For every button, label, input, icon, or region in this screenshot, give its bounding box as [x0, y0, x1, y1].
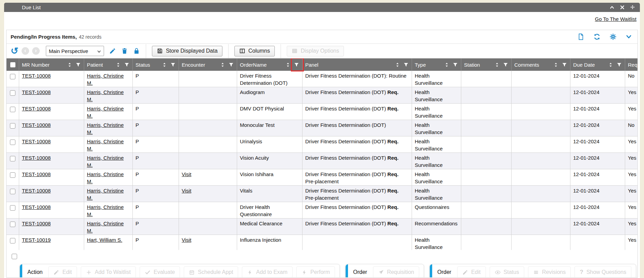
revisions-button[interactable]: Revisions	[528, 266, 571, 278]
row-checkbox[interactable]	[10, 74, 15, 79]
plus-icon	[86, 269, 92, 275]
row-checkbox[interactable]	[10, 172, 15, 178]
mr-number-link[interactable]: TEST-10008	[22, 188, 51, 194]
row-checkbox[interactable]	[10, 238, 15, 243]
mr-number-link[interactable]: TEST-10008	[22, 171, 51, 177]
lock-perspective-icon-slot[interactable]	[133, 48, 140, 54]
patient-link[interactable]: Harris, Christine M.	[87, 204, 124, 217]
row-checkbox[interactable]	[10, 189, 15, 194]
patient-link[interactable]: Harris, Christine M.	[87, 221, 124, 234]
sort-icon[interactable]	[553, 62, 559, 68]
sort-icon[interactable]	[494, 62, 500, 68]
sort-icon[interactable]	[285, 62, 291, 68]
encounter-visit-link[interactable]: Visit	[182, 171, 191, 177]
mr-number-link[interactable]: TEST-10008	[22, 122, 51, 128]
column-header-encounter[interactable]: Encounter	[179, 58, 237, 71]
edit-button[interactable]: Edit	[48, 266, 77, 278]
undo-icon[interactable]: ↺	[11, 47, 18, 56]
columns-button[interactable]: Columns	[234, 46, 275, 56]
add-to-exam-button[interactable]: Add to Exam	[242, 266, 293, 278]
sort-icon[interactable]	[162, 62, 167, 68]
filter-icon[interactable]	[170, 62, 176, 68]
mr-number-link[interactable]: TEST-10008	[22, 89, 51, 95]
patient-link[interactable]: Harris, Christine M.	[87, 188, 124, 201]
row-checkbox[interactable]	[10, 123, 15, 129]
delete-perspective-icon-slot[interactable]	[121, 48, 128, 54]
filter-icon[interactable]	[228, 62, 234, 68]
edit-button[interactable]: Edit	[457, 266, 486, 278]
go-to-waitlist-link[interactable]: Go To The Waitlist	[595, 16, 636, 22]
required-cell: Yes	[625, 87, 637, 103]
row-checkbox[interactable]	[10, 205, 15, 211]
close-icon[interactable]	[620, 5, 625, 10]
mr-number-link[interactable]: TEST-10019	[22, 237, 51, 243]
perform-button[interactable]: Perform	[296, 266, 335, 278]
filter-icon[interactable]	[403, 62, 409, 68]
patient-link[interactable]: Harris, Christine M.	[87, 138, 124, 151]
sort-icon[interactable]	[395, 62, 400, 68]
comments-cell	[512, 87, 570, 103]
encounter-visit-link[interactable]: Visit	[182, 237, 191, 243]
edit-perspective-icon-slot[interactable]	[109, 48, 116, 54]
patient-link[interactable]: Hart, William S.	[87, 237, 122, 243]
mr-number-link[interactable]: TEST-10008	[22, 221, 51, 226]
filter-icon[interactable]	[452, 62, 458, 68]
row-checkbox[interactable]	[10, 90, 15, 96]
filter-icon[interactable]	[124, 62, 130, 68]
mr-number-link[interactable]: TEST-10008	[22, 73, 51, 79]
row-checkbox[interactable]	[10, 107, 15, 112]
column-header-comments[interactable]: Comments	[512, 58, 570, 71]
patient-link[interactable]: Harris, Christine M.	[87, 171, 124, 184]
gear-icon[interactable]	[609, 33, 617, 40]
row-checkbox[interactable]	[10, 222, 15, 227]
encounter-visit-link[interactable]: Visit	[182, 188, 191, 194]
chevron-down-icon[interactable]	[626, 34, 632, 40]
file-icon[interactable]	[577, 33, 584, 40]
sort-icon[interactable]	[444, 62, 450, 68]
column-header-mr-number[interactable]: MR Number	[19, 58, 84, 71]
sort-icon[interactable]	[67, 62, 73, 68]
collapse-icon[interactable]	[609, 5, 615, 10]
evaluate-button[interactable]: Evaluate	[140, 266, 180, 278]
column-header-required[interactable]: Required	[625, 58, 637, 71]
filter-icon[interactable]	[75, 62, 81, 68]
filter-icon[interactable]	[616, 62, 622, 68]
mr-number-link[interactable]: TEST-10008	[22, 138, 51, 144]
patient-link[interactable]: Harris, Christine M.	[87, 73, 124, 86]
mr-number-link[interactable]: TEST-10008	[22, 204, 51, 210]
row-checkbox-cell	[7, 153, 19, 169]
column-header-status[interactable]: Status	[133, 58, 179, 71]
select-checkbox[interactable]	[12, 254, 17, 259]
store-displayed-data-button[interactable]: Store Displayed Data	[152, 46, 222, 56]
row-checkbox[interactable]	[10, 140, 15, 145]
sort-icon[interactable]	[608, 62, 614, 68]
move-icon[interactable]	[630, 5, 635, 10]
nav-previous-button[interactable]: ‹	[22, 47, 29, 55]
patient-link[interactable]: Harris, Christine M.	[87, 155, 124, 168]
requisition-button[interactable]: Requisition	[373, 266, 419, 278]
column-header-station[interactable]: Station	[461, 58, 512, 71]
display-options-button[interactable]: Display Options	[287, 46, 344, 56]
sort-icon[interactable]	[115, 62, 121, 68]
mr-number-link[interactable]: TEST-10008	[22, 155, 51, 161]
show-questions-button[interactable]: ?Show Questions	[575, 266, 631, 278]
status-button[interactable]: Status	[490, 266, 524, 278]
column-header-type[interactable]: Type	[412, 58, 461, 71]
column-header-patient[interactable]: Patient	[84, 58, 133, 71]
filter-icon[interactable]	[503, 62, 508, 68]
add-to-waitlist-button[interactable]: Add To Waitlist	[81, 266, 136, 278]
schedule-appt-button[interactable]: Schedule Appt	[184, 266, 238, 278]
mr-number-link[interactable]: TEST-10008	[22, 106, 51, 111]
patient-link[interactable]: Harris, Christine M.	[87, 106, 124, 119]
filter-icon[interactable]	[562, 62, 567, 68]
patient-link[interactable]: Harris, Christine M.	[87, 122, 124, 135]
perspective-select[interactable]: Main Perspective	[46, 46, 104, 56]
nav-next-button[interactable]: ›	[32, 47, 40, 55]
patient-link[interactable]: Harris, Christine M.	[87, 89, 124, 102]
column-header-panel[interactable]: Panel	[302, 58, 412, 71]
row-checkbox[interactable]	[10, 156, 15, 161]
column-header-due-date[interactable]: Due Date	[570, 58, 625, 71]
refresh-icon[interactable]	[593, 33, 601, 40]
sort-icon[interactable]	[220, 62, 226, 68]
select-all-checkbox[interactable]	[10, 62, 15, 67]
